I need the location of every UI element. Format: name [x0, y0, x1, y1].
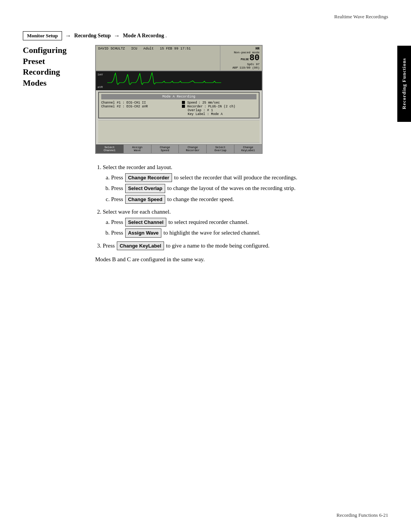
side-tab: Recording Functions — [397, 46, 411, 122]
content-row: Configuring Preset Recording Modes DAVID… — [23, 45, 371, 263]
breadcrumb-step3: Mode A Recordng — [123, 33, 164, 39]
breadcrumb-step1[interactable]: Monitor Setup — [23, 31, 62, 40]
breadcrumb: Monitor Setup → Recordng Setup → Mode A … — [23, 31, 371, 40]
right-content: DAVID SCHULTZ ICU Adult 15 FEB 99 17:51 … — [95, 45, 371, 263]
btn-change-keylabel[interactable]: ChangeKeyLabel — [234, 145, 262, 153]
dialog-title: Mode A Recording — [101, 94, 256, 99]
modes-note: Modes B and C are configured in the same… — [95, 256, 371, 263]
instruction-2a: Press Select Channel to select required … — [111, 218, 371, 227]
dialog-body: Channel #1 : ECG-CH1 II Channel #2 : ECG… — [101, 101, 256, 116]
btn-select-channel[interactable]: SelectChannel — [96, 145, 124, 153]
dialog-settings: Speed : 25 mm/sec Recorder : PLUG-IN (2 … — [182, 101, 256, 116]
header-text: Realtime Wave Recordings — [334, 14, 388, 19]
instruction-2b: Press Assign Wave to highlight the wave … — [111, 228, 371, 238]
instruction-1b: Press Select Overlap to change the layou… — [111, 184, 371, 193]
monitor-screen: DAVID SCHULTZ ICU Adult 15 FEB 99 17:51 … — [95, 45, 263, 154]
ecg-waveform — [107, 71, 262, 90]
monitor-buttons: SelectChannel AssignWave ChangeSpeed Cha… — [96, 144, 262, 153]
btn-change-speed[interactable]: ChangeSpeed — [151, 145, 179, 153]
btn-change-recorder[interactable]: ChangeRecorder — [179, 145, 207, 153]
left-title: Configuring Preset Recording Modes — [23, 45, 84, 88]
instruction-item-3: Press Change KeyLabel to give a name to … — [103, 241, 371, 251]
instruction-sub-1: Press Change Recorder to select the reco… — [103, 173, 371, 204]
monitor-dialog: Mode A Recording Channel #1 : ECG-CH1 II… — [98, 92, 260, 118]
instruction-sub-2: Press Select Channel to select required … — [103, 218, 371, 238]
dialog-channels: Channel #1 : ECG-CH1 II Channel #2 : ECG… — [101, 101, 176, 116]
page-footer: Recording Functions 6-21 — [336, 512, 388, 518]
main-content: Monitor Setup → Recordng Setup → Mode A … — [0, 24, 394, 286]
page-header: Realtime Wave Recordings — [0, 0, 411, 24]
btn-label-assign-wave: Assign Wave — [125, 228, 161, 238]
btn-label-select-channel: Select Channel — [125, 218, 166, 227]
instruction-1a: Press Change Recorder to select the reco… — [111, 173, 371, 182]
waveform-area: 1mV aVR — [96, 71, 262, 90]
btn-label-change-keylabel: Change KeyLabel — [117, 241, 164, 251]
instruction-1c: Press Change Speed to change the recorde… — [111, 195, 371, 204]
btn-label-change-recorder: Change Recorder — [125, 173, 172, 182]
breadcrumb-arrow2: → — [114, 32, 120, 39]
patient-info: DAVID SCHULTZ ICU Adult 15 FEB 99 17:51 — [96, 46, 220, 71]
instruction-item-2: Select wave for each channel. Press Sele… — [103, 208, 371, 238]
instruction-list: Select the recorder and layout. Press Ch… — [95, 163, 371, 250]
btn-assign-wave[interactable]: AssignWave — [124, 145, 151, 153]
btn-select-overlap[interactable]: SelectOverlap — [207, 145, 234, 153]
breadcrumb-step2: Recordng Setup — [74, 33, 111, 39]
breadcrumb-arrow1: → — [65, 32, 71, 39]
instruction-item-1: Select the recorder and layout. Press Ch… — [103, 163, 371, 204]
btn-label-change-speed: Change Speed — [125, 195, 165, 204]
hr-vitals: HR Non-paced mode PULSE 80 SpO₂ 97 ABP — [220, 46, 262, 71]
btn-label-select-overlap: Select Overlap — [125, 184, 165, 193]
